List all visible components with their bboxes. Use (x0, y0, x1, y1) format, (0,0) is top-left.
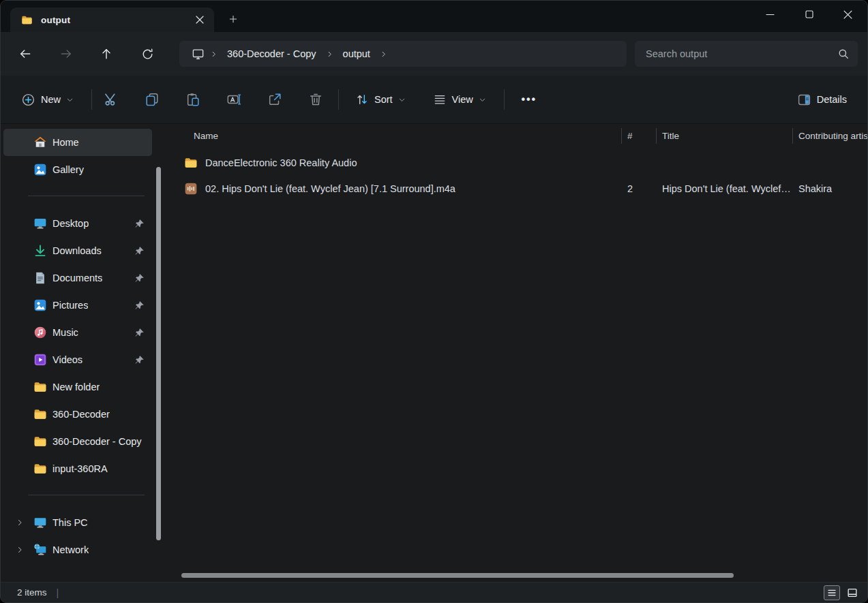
forward-button[interactable] (53, 41, 79, 67)
see-more-button[interactable]: ••• (514, 84, 544, 114)
view-button-label: View (452, 94, 473, 105)
window-controls (751, 1, 867, 28)
videos-icon (33, 353, 47, 367)
view-icon (433, 93, 447, 106)
sort-button[interactable]: Sort (348, 86, 413, 113)
expand-chevron-icon[interactable] (16, 519, 33, 527)
expand-chevron-icon[interactable] (16, 546, 33, 554)
folder-icon (33, 380, 47, 394)
details-pane-icon (797, 93, 811, 107)
refresh-button[interactable] (134, 41, 160, 67)
sidebar-scrollbar[interactable] (156, 167, 161, 540)
sidebar-item-documents[interactable]: Documents (3, 264, 152, 292)
home-icon (33, 136, 47, 149)
up-button[interactable] (93, 41, 119, 67)
file-name: DanceElectronic 360 Reality Audio (205, 157, 357, 168)
sidebar-item-this-pc[interactable]: This PC (3, 509, 152, 536)
documents-icon (33, 271, 47, 285)
folder-icon (184, 156, 198, 170)
chevron-down-icon (398, 96, 406, 104)
file-list-pane: Name#TitleContributing artists DanceElec… (168, 125, 867, 582)
view-button[interactable]: View (426, 86, 493, 113)
details-button-label: Details (817, 94, 847, 105)
breadcrumb-item-output[interactable]: output (339, 46, 374, 62)
tab-label: output (41, 15, 70, 25)
pin-icon (133, 245, 145, 257)
chevron-right-icon[interactable] (380, 50, 387, 58)
sidebar-item-home[interactable]: Home (3, 129, 152, 156)
file-name-cell: DanceElectronic 360 Reality Audio (168, 156, 622, 170)
monitor-icon (192, 48, 205, 61)
new-tab-button[interactable] (223, 10, 243, 28)
file-name: 02. Hips Don't Lie (feat. Wyclef Jean) [… (205, 183, 455, 194)
pc-icon (33, 516, 47, 529)
details-view-button[interactable] (824, 585, 840, 600)
delete-button[interactable] (301, 84, 331, 114)
new-button[interactable]: New (14, 86, 80, 113)
sidebar: HomeGalleryDesktopDownloadsDocumentsPict… (1, 125, 168, 582)
cut-button[interactable] (96, 84, 126, 114)
close-window-button[interactable] (828, 1, 867, 28)
sidebar-item-360-decoder[interactable]: 360-Decoder (3, 401, 152, 428)
thumbnails-view-button[interactable] (844, 585, 860, 600)
sidebar-item-label: New folder (53, 382, 100, 392)
ellipsis-icon: ••• (521, 93, 537, 106)
minimize-button[interactable] (751, 1, 790, 28)
pictures-icon (33, 298, 47, 312)
new-button-label: New (41, 94, 61, 105)
tab-output[interactable]: output (10, 7, 214, 32)
arrow-left-icon (18, 47, 32, 61)
sidebar-item-label: Gallery (53, 164, 84, 175)
sidebar-divider (28, 495, 145, 495)
sidebar-item-input-360ra[interactable]: input-360RA (3, 455, 152, 482)
sidebar-item-gallery[interactable]: Gallery (3, 156, 152, 183)
title-cell: Hips Don't Lie (feat. Wyclef Jean) (657, 176, 793, 202)
divider (91, 89, 92, 110)
maximize-button[interactable] (790, 1, 828, 28)
column-header-[interactable]: # (622, 125, 657, 147)
copy-button[interactable] (137, 84, 167, 114)
file-row-02-hips-don-t-lie-feat-wyclef-jean-7-1-s[interactable]: 02. Hips Don't Lie (feat. Wyclef Jean) [… (168, 176, 867, 202)
file-row-danceelectronic-360-reality-audio[interactable]: DanceElectronic 360 Reality Audio (168, 150, 867, 176)
folder-icon (33, 462, 47, 476)
sidebar-item-label: Network (53, 544, 89, 555)
sidebar-item-pictures[interactable]: Pictures (3, 292, 152, 319)
sidebar-item-360-decoder-copy[interactable]: 360-Decoder - Copy (3, 428, 152, 455)
item-count: 2 items (17, 587, 47, 598)
view-details-icon (826, 587, 838, 599)
magnifier-icon (837, 48, 850, 60)
plus-circle-icon (21, 93, 35, 107)
tab-close-button[interactable] (191, 11, 209, 29)
chevron-down-icon (66, 96, 74, 104)
divider (504, 89, 505, 110)
share-button[interactable] (260, 84, 290, 114)
breadcrumb-item-360-decoder-copy[interactable]: 360-Decoder - Copy (223, 46, 320, 62)
sidebar-item-label: input-360RA (53, 463, 108, 474)
search-input[interactable] (646, 48, 837, 59)
search-box[interactable] (635, 41, 858, 67)
file-name-cell: 02. Hips Don't Lie (feat. Wyclef Jean) [… (168, 182, 622, 196)
column-header-name[interactable]: Name (168, 125, 622, 147)
column-header-title[interactable]: Title (657, 125, 793, 147)
status-bar: 2 items | (1, 582, 867, 602)
sort-icon (355, 93, 369, 106)
horizontal-scrollbar[interactable] (181, 573, 734, 578)
folder-icon (21, 14, 33, 26)
back-button[interactable] (12, 41, 38, 67)
sidebar-item-new-folder[interactable]: New folder (3, 373, 152, 401)
sidebar-item-downloads[interactable]: Downloads (3, 237, 152, 264)
arrow-right-icon (59, 47, 73, 61)
sidebar-item-music[interactable]: Music (3, 319, 152, 346)
chevron-right-icon (16, 546, 24, 554)
folder-icon (33, 435, 47, 448)
sidebar-item-network[interactable]: Network (3, 536, 152, 563)
chevron-right-icon (210, 50, 218, 58)
rename-button[interactable] (219, 84, 249, 114)
artist-cell: Shakira (793, 183, 867, 194)
column-header-contributing-artists[interactable]: Contributing artists (793, 125, 867, 147)
sidebar-item-desktop[interactable]: Desktop (3, 210, 152, 237)
delete-icon (308, 92, 323, 107)
sidebar-item-videos[interactable]: Videos (3, 346, 152, 373)
paste-button[interactable] (178, 84, 208, 114)
details-pane-button[interactable]: Details (790, 86, 854, 113)
